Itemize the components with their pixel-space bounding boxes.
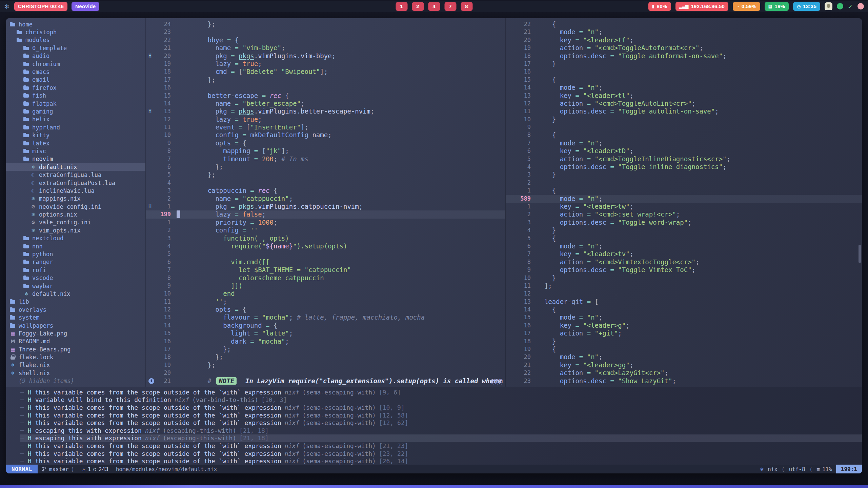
tree-item-foggy-lake-png[interactable]: ▦Foggy-Lake.png [6,329,145,337]
tray-icon-status-green[interactable] [837,3,843,9]
workspace-button-2[interactable]: 2 [412,2,424,11]
code-line[interactable]: 11 options.desc = "Toggle autolint-on-sa… [506,107,862,115]
tree-item-ranger[interactable]: ranger [6,258,145,266]
code-line[interactable]: 1 { [506,187,862,195]
code-line[interactable]: 199 lazy = false; [146,210,505,218]
code-line[interactable]: 16 dark = "mocha"; [146,338,505,345]
tree-item-latex[interactable]: latex [6,139,145,147]
tree-item-system[interactable]: system [6,313,145,321]
tree-item-nextcloud[interactable]: nextcloud [6,235,145,242]
tree-item-emacs[interactable]: emacs [6,68,145,76]
code-line[interactable]: 24 }; [146,20,505,28]
session-badge[interactable]: CHRISTOPH 00:46 [14,2,67,11]
workspace-button-7[interactable]: 7 [444,2,456,11]
code-line[interactable]: 2 name = "catppuccin"; [146,195,505,203]
tree-item-flake-nix[interactable]: ❄flake.nix [6,361,145,369]
code-line[interactable]: 18 }; [146,353,505,361]
tree-item-chromium[interactable]: chromium [6,60,145,68]
tree-item-vscode[interactable]: vscode [6,274,145,282]
code-line[interactable]: 5 }; [146,171,505,179]
diagnostic-item[interactable]: ─Hthis variable comes from the scope out… [20,404,862,411]
tree-item-helix[interactable]: helix [6,116,145,123]
code-line[interactable]: 19 { [506,345,862,353]
code-line[interactable]: 21 key = "<leader>gg"; [506,361,862,369]
code-line[interactable]: 10 end [146,290,505,298]
code-line[interactable]: 22 { [506,20,862,28]
code-line[interactable]: 8 mapping = ["jk"]; [146,147,505,155]
tree-item-0-template[interactable]: 0_template [6,44,145,52]
diagnostic-item[interactable]: ─Hthis variable comes from the scope out… [20,411,862,419]
code-line[interactable]: 9 ]]) [146,282,505,290]
tree-item-audio[interactable]: audio [6,52,145,60]
code-line[interactable]: 3 catppuccin = rec { [146,187,505,195]
code-line[interactable]: 12 [506,290,862,298]
tree-item-hyprland[interactable]: hyprland [6,123,145,131]
tray-icon-check[interactable]: ✓ [848,3,853,10]
diagnostic-item[interactable]: ─Hthis variable comes from the scope out… [20,457,862,465]
code-line[interactable]: 11 ]; [506,282,862,290]
tree-item-flatpak[interactable]: flatpak [6,100,145,107]
code-line[interactable]: 3 } [506,171,862,179]
code-line[interactable]: 5 action = "<cmd>ToggleInlineDiagnostics… [506,155,862,163]
tree-item-misc[interactable]: misc [6,147,145,155]
code-line[interactable]: 11 ''; [146,298,505,306]
code-line[interactable]: 6 mode = "n"; [506,242,862,250]
diagnostic-item[interactable]: ─Hescaping this with expressionnixf(esca… [20,427,862,434]
tree-item-lib[interactable]: lib [6,298,145,306]
code-line[interactable]: 17 }; [146,76,505,84]
tree-item-christoph[interactable]: christoph [6,28,145,36]
code-line[interactable]: H1 pkg = pkgs.vimPlugins.catppuccin-nvim… [146,203,505,210]
tree-item-nnn[interactable]: nnn [6,242,145,250]
code-line[interactable]: 7 timeout = 200; # In ms [146,155,505,163]
code-line[interactable]: H20 pkg = pkgs.vimPlugins.vim-bbye; [146,52,505,60]
code-line[interactable]: 7 key = "<leader>tv"; [506,250,862,258]
code-line[interactable]: 2 config = '' [146,226,505,234]
code-line[interactable]: 5 [146,250,505,258]
code-line[interactable]: 23 options.desc = "Show LazyGit"; [506,377,862,385]
code-line[interactable]: 5 { [506,235,862,242]
tree-item-readme-md[interactable]: MREADME.md [6,338,145,345]
code-line[interactable]: 19 lazy = true; [146,60,505,68]
tree-item-flake-lock[interactable]: flake.lock [6,353,145,361]
code-line[interactable]: 10 } [506,274,862,282]
code-line[interactable]: 6 }; [146,163,505,171]
code-line[interactable]: H13 pkg = pkgs.vimPlugins.better-escape-… [146,107,505,115]
tree-item-gaming[interactable]: gaming [6,107,145,115]
code-line[interactable]: 23 [146,28,505,36]
code-line[interactable]: 6 vim.cmd([[ [146,258,505,266]
code-line[interactable]: 14 name = "better_escape"; [146,100,505,107]
tree-item-email[interactable]: email [6,76,145,84]
tray-icon-keylight[interactable] [825,2,832,10]
code-line[interactable]: 13 flavour = "mocha"; # latte, frappe, m… [146,313,505,321]
code-line[interactable]: 12 opts = { [146,306,505,313]
code-line[interactable]: 15 mode = "n"; [506,313,862,321]
code-line[interactable]: 7 let $BAT_THEME = "catppuccin" [146,266,505,274]
tree-item-inclinenavic-lua[interactable]: ☾inclineNavic.lua [6,187,145,195]
code-line[interactable]: i21 # NOTE In LazyVim require("clang_ext… [146,377,505,385]
code-line[interactable]: 16 key = "<leader>g"; [506,322,862,329]
tree-item-firefox[interactable]: firefox [6,84,145,92]
workspace-button-1[interactable]: 1 [396,2,407,11]
diagnostic-item[interactable]: ─Hvariable will bind to this definitionn… [20,396,862,404]
diagnostic-counts[interactable]: △ 1 ○ 243 [78,466,112,472]
code-line[interactable]: 13 leader-git = [ [506,298,862,306]
code-line[interactable]: 15 { [506,76,862,84]
tree-item-kitty[interactable]: kitty [6,131,145,139]
tree-item-fish[interactable]: fish [6,92,145,100]
code-line[interactable]: 11 event = ["InsertEnter"]; [146,123,505,131]
tree-item-default-nix[interactable]: ❄default.nix [6,290,145,298]
code-line[interactable]: 14 background = { [146,322,505,329]
tree-item-default-nix[interactable]: ❄default.nix [6,163,145,171]
code-line[interactable]: 21 name = "vim-bbye"; [146,44,505,52]
code-line[interactable]: 1 priority = 1000; [146,219,505,226]
code-line[interactable]: 15 better-escape = rec { [146,92,505,100]
code-line[interactable]: 10 config = mkDefaultConfig name; [146,131,505,139]
code-line[interactable]: 19 }; [146,361,505,369]
code-line[interactable]: 6 key = "<leader>tD"; [506,147,862,155]
code-line[interactable]: 14 mode = "n"; [506,84,862,92]
code-line[interactable]: 18 } [506,338,862,345]
code-line[interactable]: 19 action = "<cmd>ToggleAutoformat<cr>"; [506,44,862,52]
tree-item-wallpapers[interactable]: wallpapers [6,322,145,329]
code-line[interactable]: 18 cmd = ["Bdelete" "Bwipeout"]; [146,68,505,76]
code-line[interactable]: 7 mode = "n"; [506,139,862,147]
